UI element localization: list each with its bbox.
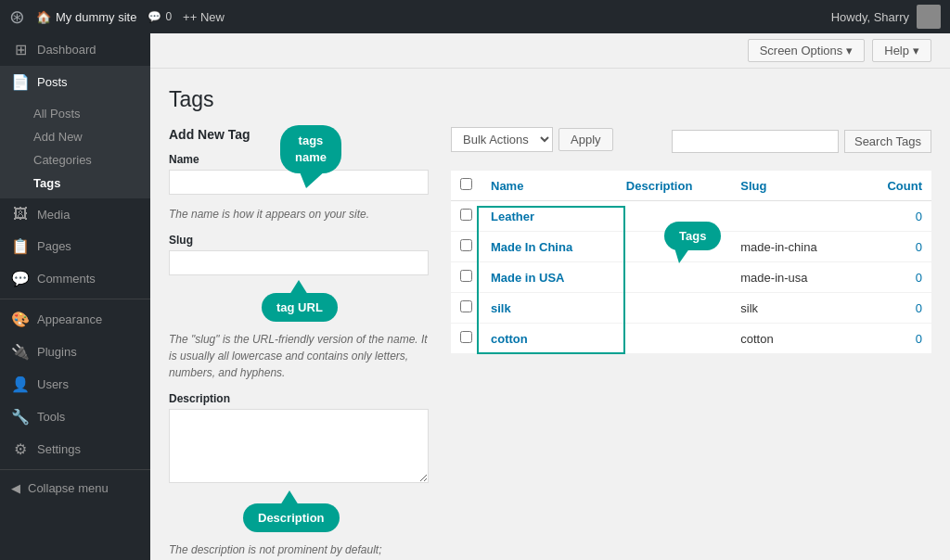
tags-table-panel: Bulk Actions Apply Search Tags [451, 127, 931, 560]
table-header-row: Name Description Slug Coun [451, 171, 931, 201]
notifications[interactable]: 💬 0 [148, 10, 172, 23]
tag-count-cell: 0 [859, 324, 931, 354]
tag-slug-cell: made-in-usa [731, 262, 859, 293]
plugins-icon: 🔌 [11, 343, 30, 361]
select-all-checkbox[interactable] [460, 178, 472, 190]
collapse-icon: ◀ [11, 481, 20, 495]
add-tag-panel: Add New Tag Name tagsname [169, 127, 429, 560]
tooltip-tail-up [289, 280, 308, 295]
screen-options-button[interactable]: Screen Options ▾ [748, 39, 866, 62]
slug-column-header[interactable]: Slug [731, 171, 859, 201]
name-input[interactable] [169, 170, 429, 195]
tag-slug-cell: cotton [731, 324, 859, 354]
sidebar-item-comments[interactable]: 💬 Comments [0, 262, 150, 295]
sidebar-item-dashboard[interactable]: ⊞ Dashboard [0, 33, 150, 66]
collapse-menu[interactable]: ◀ Collapse menu [0, 474, 150, 503]
tag-name-cell: silk [481, 293, 617, 324]
page-title: Tags [169, 87, 931, 112]
tag-name-link[interactable]: cotton [491, 332, 528, 346]
search-tags-button[interactable]: Search Tags [844, 130, 931, 153]
row-checkbox-cell[interactable] [451, 262, 481, 293]
tag-count-cell: 0 [859, 293, 931, 324]
tag-description-cell [617, 293, 731, 324]
chevron-down-icon-help: ▾ [913, 44, 919, 57]
row-checkbox[interactable] [460, 209, 472, 221]
tag-url-tooltip: tag URL [262, 293, 338, 322]
row-checkbox-cell[interactable] [451, 201, 481, 232]
avatar[interactable] [917, 5, 941, 29]
sidebar: ⊞ Dashboard 📄 Posts All Posts Add New Ca… [0, 33, 150, 560]
search-tags-input[interactable] [672, 130, 839, 153]
sidebar-item-posts[interactable]: 📄 Posts [0, 66, 150, 98]
comment-icon: 💬 [148, 10, 161, 23]
table-row: silk silk 0 [451, 293, 931, 324]
sidebar-item-settings[interactable]: ⚙ Settings [0, 433, 150, 465]
comments-icon: 💬 [11, 270, 30, 287]
row-checkbox-cell[interactable] [451, 324, 481, 354]
tag-count-link[interactable]: 0 [916, 332, 922, 346]
tags-table: Name Description Slug Coun [451, 171, 931, 354]
pages-icon: 📋 [11, 237, 30, 255]
tag-name-link[interactable]: silk [491, 301, 511, 315]
sidebar-item-plugins[interactable]: 🔌 Plugins [0, 336, 150, 368]
admin-bar: ⊛ 🏠 My dummy site 💬 0 + + New Howdy, Sha… [0, 0, 950, 33]
tag-description-cell [617, 201, 731, 232]
tag-count-link[interactable]: 0 [916, 210, 922, 223]
sidebar-item-pages[interactable]: 📋 Pages [0, 230, 150, 262]
add-tag-title: Add New Tag [169, 127, 429, 142]
tag-name-link[interactable]: Made In China [491, 240, 572, 254]
row-checkbox[interactable] [460, 270, 472, 282]
sidebar-item-all-posts[interactable]: All Posts [0, 102, 150, 125]
tag-name-cell: Leather [481, 201, 617, 232]
plus-icon: + [183, 10, 190, 24]
sidebar-item-users[interactable]: 👤 Users [0, 368, 150, 401]
tags-table-body: Leather 0 Made In China made-in-china 0 [451, 201, 931, 354]
row-checkbox[interactable] [460, 239, 472, 251]
tag-count-link[interactable]: 0 [916, 240, 922, 254]
row-checkbox[interactable] [460, 300, 472, 312]
row-checkbox[interactable] [460, 331, 472, 343]
tag-count-link[interactable]: 0 [916, 271, 922, 285]
tag-description-cell [617, 324, 731, 354]
posts-icon: 📄 [11, 73, 30, 91]
slug-input[interactable] [169, 250, 429, 275]
sidebar-item-add-new[interactable]: Add New [0, 125, 150, 148]
search-bar: Search Tags [672, 130, 931, 153]
name-field: Name tagsname [169, 153, 429, 195]
description-column-header[interactable]: Description [617, 171, 731, 201]
tag-name-link[interactable]: Made in USA [491, 271, 564, 285]
sidebar-item-categories[interactable]: Categories [0, 148, 150, 172]
count-column-header[interactable]: Count [859, 171, 931, 201]
description-hint: The description is not prominent by defa… [169, 541, 429, 560]
new-content-button[interactable]: + + New [183, 10, 225, 24]
description-textarea[interactable] [169, 409, 429, 483]
row-checkbox-cell[interactable] [451, 293, 481, 324]
appearance-icon: 🎨 [11, 311, 30, 328]
sidebar-divider-1 [0, 299, 150, 299]
svg-marker-1 [289, 280, 308, 295]
apply-button[interactable]: Apply [558, 128, 613, 151]
site-name[interactable]: 🏠 My dummy site [36, 10, 136, 24]
name-label: Name [169, 153, 429, 166]
select-all-checkbox-header[interactable] [451, 171, 481, 201]
wp-logo-icon[interactable]: ⊛ [9, 6, 25, 28]
tag-description-cell [617, 232, 731, 262]
sidebar-item-media[interactable]: 🖼 Media [0, 198, 150, 230]
sidebar-item-appearance[interactable]: 🎨 Appearance [0, 303, 150, 336]
bulk-actions-select[interactable]: Bulk Actions [451, 127, 553, 152]
tag-name-cell: Made in USA [481, 262, 617, 293]
help-button[interactable]: Help ▾ [872, 39, 931, 62]
slug-hint: The "slug" is the URL-friendly version o… [169, 331, 429, 381]
name-column-header[interactable]: Name [481, 171, 617, 201]
table-row: Leather 0 [451, 201, 931, 232]
table-row: cotton cotton 0 [451, 324, 931, 354]
sidebar-divider-2 [0, 469, 150, 470]
tag-count-link[interactable]: 0 [916, 301, 922, 315]
row-checkbox-cell[interactable] [451, 232, 481, 262]
tag-name-link[interactable]: Leather [491, 210, 534, 223]
home-icon: 🏠 [36, 10, 51, 24]
sidebar-item-tags[interactable]: Tags [0, 172, 150, 195]
table-row: Made in USA made-in-usa 0 [451, 262, 931, 293]
dashboard-icon: ⊞ [11, 41, 30, 58]
sidebar-item-tools[interactable]: 🔧 Tools [0, 401, 150, 433]
